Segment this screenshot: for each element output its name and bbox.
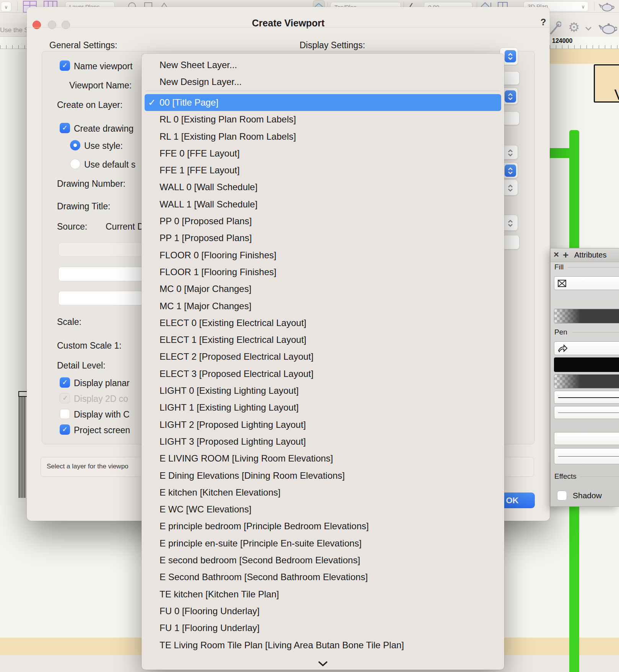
menu-item-layer[interactable]: ✓TE kitchen [Kitchen Tile Plan] — [142, 586, 504, 603]
render-teapot-icon[interactable] — [599, 1, 616, 12]
menu-item-layer[interactable]: ✓RL 0 [Existing Plan Room Labels] — [142, 111, 504, 128]
app-screen: ∨ Layer Plans Top/Plan ∠ 0.00 3D Plan∨ U… — [0, 0, 619, 672]
menu-item-layer[interactable]: ✓E LIVING ROOM [Living Room Elevations] — [142, 450, 504, 467]
menu-item-layer[interactable]: ✓E Dining Elevations [Dining Room Elevat… — [142, 467, 504, 484]
menu-item-layer[interactable]: ✓ELECT 0 [Existing Electrical Layout] — [142, 315, 504, 331]
menu-item-layer[interactable]: ✓PP 1 [Proposed Plans] — [142, 230, 504, 246]
toolbar-row2: ⚙ — [550, 13, 619, 37]
checkmark-icon: ✓ — [148, 94, 156, 111]
effects-section-label: Effects — [554, 472, 577, 481]
help-button[interactable]: ? — [538, 17, 549, 28]
menu-item-layer[interactable]: ✓FFE 1 [FFE Layout] — [142, 162, 504, 179]
chevron-down-icon: ∨ — [581, 2, 585, 11]
menu-item-layer[interactable]: ✓WALL 0 [Wall Schedule] — [142, 179, 504, 196]
menu-item-layer[interactable]: ✓FLOOR 0 [Flooring Finishes] — [142, 247, 504, 264]
mode-hint-bar: Use the S — [0, 24, 28, 37]
marker-dropdown[interactable] — [554, 432, 619, 445]
create-on-layer-label: Create on Layer: — [57, 100, 122, 110]
fill-style-dropdown[interactable] — [554, 276, 619, 290]
menu-item-layer[interactable]: ✓TE Living Room Tile Plan [Living Area B… — [142, 637, 504, 654]
collapsed-dropdown[interactable]: ∨ — [1, 2, 11, 12]
project-screen-label: Project screen — [74, 425, 130, 435]
menu-separator — [145, 91, 500, 91]
sheet-band — [550, 49, 619, 64]
stepper-icon — [505, 90, 516, 103]
menu-item-layer[interactable]: ✓E principle bedroom [Principle Bedroom … — [142, 518, 504, 535]
menu-item-layer[interactable]: ✓ELECT 3 [Proposed Electrical Layout] — [142, 365, 504, 382]
menu-item-layer[interactable]: ✓MC 0 [Major Changes] — [142, 281, 504, 297]
line-style-dropdown[interactable] — [554, 448, 619, 464]
drawing-wall-line — [24, 396, 25, 498]
add-icon[interactable]: + — [563, 249, 569, 261]
use-default-radio[interactable] — [70, 159, 80, 169]
fill-color-bar[interactable] — [554, 309, 619, 323]
menu-item-layer[interactable]: ✓LIGHT 3 [Proposed Lighting Layout] — [142, 433, 504, 450]
shadow-label: Shadow — [573, 491, 602, 500]
status-info-text: Select a layer for the viewpo — [47, 463, 129, 470]
scroll-down-chevron-icon[interactable] — [318, 661, 328, 667]
fill-section-label: Fill — [554, 263, 564, 271]
menu-item-layer[interactable]: ✓RL 1 [Existing Plan Room Labels] — [142, 128, 504, 145]
stepper-icon — [505, 50, 516, 62]
scale-label: Scale: — [57, 317, 81, 327]
stepper-icon — [505, 147, 516, 159]
create-on-layer-menu: ✓New Sheet Layer...✓New Design Layer... … — [142, 54, 504, 670]
project-screen-checkbox[interactable] — [60, 424, 70, 435]
render-teapot-icon[interactable] — [599, 20, 617, 36]
menu-item-layer[interactable]: ✓PP 0 [Proposed Plans] — [142, 213, 504, 230]
close-icon[interactable]: × — [554, 249, 559, 260]
drawing-viewport-label-box: V — [594, 64, 619, 103]
use-style-label: Use style: — [84, 141, 123, 151]
chevron-down-icon[interactable] — [585, 26, 592, 31]
name-viewport-label: Name viewport — [74, 61, 132, 72]
create-drawing-checkbox[interactable] — [60, 123, 70, 133]
menu-item-layer[interactable]: ✓FU 0 [Flooring Underlay] — [142, 603, 504, 620]
source-label: Source: — [57, 222, 87, 232]
source-value: Current D — [106, 222, 144, 232]
menu-actions: ✓New Sheet Layer...✓New Design Layer... — [142, 57, 504, 90]
line-type-dropdown[interactable] — [554, 406, 619, 419]
menu-item-layer[interactable]: ✓E principle en-suite [Principle En-suit… — [142, 535, 504, 552]
display-2d-checkbox[interactable] — [60, 393, 70, 403]
menu-item-layer[interactable]: ✓LIGHT 2 [Proposed Lighting Layout] — [142, 416, 504, 433]
pen-color-black-bar[interactable] — [554, 357, 619, 372]
ruler-value: 124000 — [552, 38, 572, 44]
display-with-checkbox[interactable] — [60, 409, 70, 419]
menu-item-layer[interactable]: ✓E WC [WC Elevations] — [142, 501, 504, 518]
drawing-number-label: Drawing Number: — [57, 179, 125, 189]
menu-item-layer[interactable]: ✓E second bedroom [Second Bedroom Elevat… — [142, 552, 504, 569]
menu-item-new-layer[interactable]: ✓New Sheet Layer... — [142, 57, 504, 73]
gear-icon[interactable]: ⚙ — [568, 20, 580, 35]
stepper-icon — [505, 165, 516, 177]
name-viewport-checkbox[interactable] — [60, 60, 70, 71]
menu-item-new-layer[interactable]: ✓New Design Layer... — [142, 73, 504, 90]
menu-item-layer[interactable]: ✓FFE 0 [FFE Layout] — [142, 145, 504, 162]
menu-item-layer[interactable]: ✓E kitchen [Kitchen Elevations] — [142, 484, 504, 501]
menu-item-layer[interactable]: ✓FU 1 [Flooring Underlay] — [142, 620, 504, 636]
menu-item-layer[interactable]: ✓E Second Bathroom [Second Bathroom Elev… — [142, 569, 504, 586]
menu-item-layer[interactable]: ✓00 [Title Page] — [145, 94, 501, 111]
display-settings-heading: Display Settings: — [300, 40, 365, 51]
use-style-radio[interactable] — [70, 140, 80, 150]
menu-item-layer[interactable]: ✓MC 1 [Major Changes] — [142, 298, 504, 315]
custom-scale-label: Custom Scale 1: — [57, 341, 122, 351]
stepper-icon — [505, 182, 516, 194]
attributes-title: Attributes — [574, 251, 606, 259]
menu-item-layer[interactable]: ✓LIGHT 1 [Existing Lighting Layout] — [142, 399, 504, 416]
shadow-checkbox[interactable] — [557, 491, 567, 501]
drawing-green-wall-horizontal — [550, 148, 571, 158]
pen-style-dropdown[interactable] — [554, 341, 619, 355]
pen-color-bar[interactable] — [554, 374, 619, 388]
viewport-name-label: Viewport Name: — [69, 80, 132, 91]
menu-item-layer[interactable]: ✓FLOOR 1 [Flooring Finishes] — [142, 264, 504, 281]
menu-item-layer[interactable]: ✓LIGHT 0 [Existing Lighting Layout] — [142, 382, 504, 399]
general-settings-heading: General Settings: — [49, 40, 117, 51]
display-planar-checkbox[interactable] — [60, 377, 70, 388]
menu-item-layer[interactable]: ✓WALL 1 [Wall Schedule] — [142, 196, 504, 213]
menu-item-layer[interactable]: ✓ELECT 1 [Existing Electrical Layout] — [142, 331, 504, 348]
chevron-down-icon: ∨ — [4, 4, 8, 10]
attributes-title-bar[interactable]: × + Attributes — [551, 248, 619, 262]
wrench-icon[interactable] — [550, 21, 561, 36]
menu-item-layer[interactable]: ✓ELECT 2 [Proposed Electrical Layout] — [142, 348, 504, 365]
line-thickness-dropdown[interactable] — [554, 391, 619, 404]
